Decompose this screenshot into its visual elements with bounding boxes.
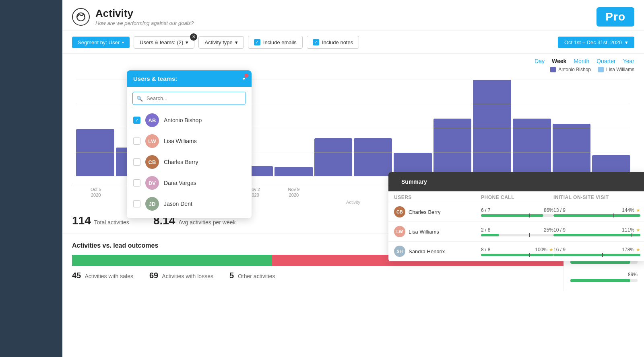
legend-label-antonio: Antonio Bishop: [558, 67, 591, 72]
user-name: Lisa Williams: [164, 138, 197, 144]
user-list-item[interactable]: JDJason Dent: [130, 193, 248, 214]
bar-group: [473, 80, 511, 176]
activity-type-label: Activity type: [204, 39, 232, 45]
user-list-item[interactable]: CBCharles Berry: [130, 152, 248, 172]
tab-year[interactable]: Year: [623, 58, 634, 64]
avatar: CB: [394, 206, 405, 217]
avatar: AB: [145, 113, 159, 127]
bar: [314, 138, 353, 176]
user-checkbox[interactable]: [133, 137, 140, 145]
phone-goal-marker: [529, 233, 530, 237]
tab-quarter[interactable]: Quarter: [597, 58, 615, 64]
sales-label: 45 Activities with sales: [72, 271, 133, 280]
bar: [275, 167, 313, 176]
chart-label: Nov 92020: [274, 187, 314, 198]
user-name: Antonio Bishop: [164, 117, 202, 123]
visit-goal-marker: [613, 213, 614, 217]
visit-bar-bg: [553, 214, 640, 217]
summary-col-users: Users: [394, 195, 481, 200]
user-list-item[interactable]: ABAntonio Bishop: [130, 110, 248, 131]
visit-metric-cell: 16 / 9178%★: [553, 247, 640, 256]
summary-col-phone: Phone Call: [481, 195, 553, 200]
losses-text: Activities with losses: [162, 273, 213, 279]
tab-day[interactable]: Day: [535, 58, 545, 64]
visit-numbers: 10 / 9111%★: [553, 227, 640, 233]
activity-type-filter[interactable]: Activity type ▾: [198, 36, 244, 49]
bar: [513, 119, 551, 176]
phone-bar-bg: [481, 214, 553, 217]
summary-col-visit: Initial on-site visit: [553, 195, 640, 200]
total-activities-label: Total activities: [94, 219, 129, 226]
summary-user-cell: SHSandra Hendrix: [394, 246, 481, 257]
page-title: Activity: [95, 8, 597, 19]
summary-row: LWLisa Williams2 / 825%10 / 9111%★: [388, 222, 644, 242]
segment-by-button[interactable]: Segment by: User ▾: [72, 37, 130, 48]
summary-user-cell: CBCharles Berry: [394, 206, 481, 217]
user-list-item[interactable]: LWLisa Williams: [130, 131, 248, 152]
legend-lisa: Lisa Williams: [598, 67, 634, 72]
visit-bar-bg: [553, 234, 640, 236]
sidebar: [0, 0, 62, 357]
visit-numbers: 16 / 9178%★: [553, 247, 640, 252]
header: Activity How are we performing against o…: [62, 0, 644, 31]
checkbox-icon: [313, 39, 319, 45]
phone-numbers: 2 / 825%: [481, 227, 553, 233]
visit-bar-fill: [553, 234, 640, 236]
page-subtitle: How are we performing against our goals?: [95, 20, 597, 26]
chart-label: [314, 187, 353, 198]
outcomes-labels: 45 Activities with sales 69 Activities w…: [72, 271, 634, 280]
phone-numbers: 8 / 8100%★: [481, 247, 553, 252]
include-notes-toggle[interactable]: Include notes: [307, 36, 359, 49]
mini-bar-fill-2: [570, 279, 630, 282]
bar: [433, 119, 472, 176]
users-teams-filter[interactable]: Users & teams: (2) ▾ ✕: [134, 36, 194, 49]
date-range-button[interactable]: Oct 1st – Dec 31st, 2020 ▾: [558, 37, 634, 48]
user-name: Charles Berry: [164, 159, 198, 165]
user-checkbox[interactable]: [133, 158, 140, 166]
tab-month[interactable]: Month: [574, 58, 589, 64]
dropdown-header[interactable]: Users & teams: ▾: [127, 70, 252, 87]
logo: [72, 8, 90, 26]
period-tabs: Day Week Month Quarter Year: [62, 54, 644, 67]
chart-label: Oct 52020: [76, 187, 116, 198]
user-checkbox[interactable]: [133, 179, 140, 187]
mini-bar-bg-2: [570, 279, 638, 282]
summary-title: Summary: [395, 175, 433, 188]
visit-bar-fill: [553, 214, 640, 217]
other-count: 5: [229, 271, 234, 280]
user-name: Charles Berry: [409, 209, 440, 215]
close-icon[interactable]: ✕: [190, 33, 197, 41]
total-activities-stat: 114 Total activities: [72, 214, 129, 227]
legend-color-lisa: [598, 67, 604, 72]
bar-group: [354, 138, 392, 176]
phone-numbers: 6 / 786%: [481, 207, 553, 213]
user-checkbox[interactable]: [133, 117, 140, 124]
bar-group: [513, 119, 551, 176]
tab-week[interactable]: Week: [552, 58, 566, 64]
bar: [354, 138, 392, 176]
summary-header-bar: Summary: [388, 172, 644, 191]
user-name: Sandra Hendrix: [409, 248, 445, 254]
avatar: LW: [145, 134, 159, 148]
header-title-block: Activity How are we performing against o…: [95, 8, 597, 26]
chevron-down-icon: ▾: [235, 39, 238, 45]
bar-group: [275, 167, 313, 176]
summary-row: CBCharles Berry6 / 786%13 / 9144%★: [388, 202, 644, 222]
legend-color-antonio: [550, 67, 556, 72]
include-emails-toggle[interactable]: Include emails: [248, 36, 303, 49]
bar-group: [314, 138, 353, 176]
visit-metric-cell: 10 / 9111%★: [553, 227, 640, 236]
user-checkbox[interactable]: [133, 200, 140, 207]
summary-panel: Summary Users Phone Call Initial on-site…: [388, 172, 644, 261]
checkbox-icon: [254, 39, 260, 45]
user-list-item[interactable]: DVDana Vargas: [130, 172, 248, 193]
bar-group: [553, 124, 591, 176]
sales-count: 45: [72, 271, 81, 280]
user-name: Lisa Williams: [409, 229, 439, 235]
visit-goal-marker: [632, 233, 632, 237]
mini-bar-2: 89%: [570, 272, 638, 282]
search-input[interactable]: [132, 92, 246, 105]
main-content: Activity How are we performing against o…: [62, 0, 644, 357]
segment-label: Segment by: User: [78, 39, 120, 45]
avatar: CB: [145, 155, 159, 169]
